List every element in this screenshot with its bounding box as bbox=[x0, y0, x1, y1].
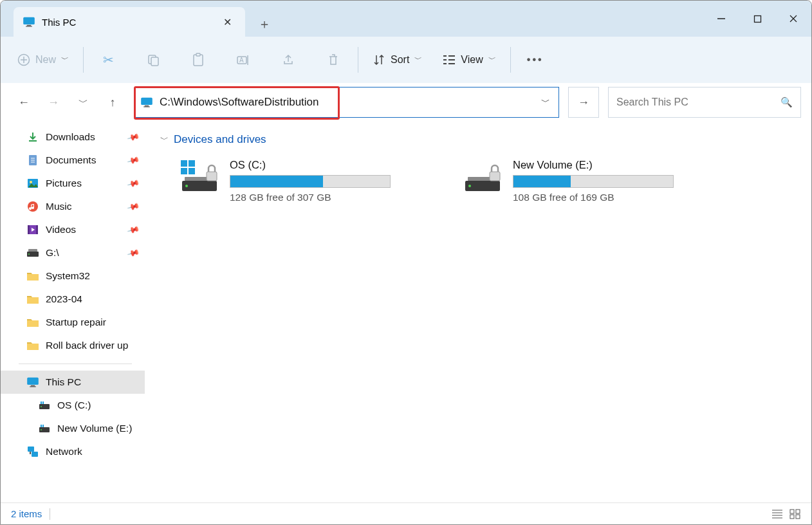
chevron-down-icon: ﹀ bbox=[414, 54, 422, 65]
svg-rect-51 bbox=[32, 452, 38, 457]
drive-free-text: 108 GB free of 169 GB bbox=[513, 192, 707, 203]
sidebar-item-label: Downloads bbox=[46, 131, 95, 143]
sidebar-item-drive[interactable]: OS (C:) bbox=[1, 394, 145, 417]
folder-icon bbox=[26, 293, 39, 306]
address-bar[interactable]: ﹀ bbox=[134, 87, 559, 118]
sidebar-item[interactable]: Startup repair bbox=[1, 311, 145, 334]
address-history-button[interactable]: ﹀ bbox=[533, 88, 558, 117]
pin-icon: 📌 bbox=[126, 246, 140, 260]
svg-text:A: A bbox=[239, 57, 244, 64]
sidebar-item[interactable]: Music📌 bbox=[1, 195, 145, 218]
maximize-button[interactable] bbox=[739, 5, 775, 32]
drive-icon bbox=[38, 422, 51, 435]
svg-rect-69 bbox=[790, 510, 794, 513]
status-bar: 2 items bbox=[1, 502, 811, 524]
new-tab-button[interactable]: ＋ bbox=[252, 11, 277, 37]
sidebar-item-network[interactable]: Network bbox=[1, 440, 145, 463]
sort-icon bbox=[373, 53, 385, 66]
sidebar-item-label: OS (C:) bbox=[57, 400, 91, 411]
sidebar-item-drive[interactable]: New Volume (E:) bbox=[1, 417, 145, 440]
close-window-button[interactable] bbox=[775, 5, 811, 32]
chevron-down-icon: ﹀ bbox=[160, 134, 169, 145]
drive-icon bbox=[463, 159, 504, 192]
svg-rect-55 bbox=[181, 168, 187, 174]
network-icon bbox=[26, 445, 39, 458]
drive-info: OS (C:) 128 GB free of 307 GB bbox=[230, 159, 424, 203]
copy-button[interactable] bbox=[139, 46, 167, 74]
svg-rect-56 bbox=[189, 168, 195, 174]
divider bbox=[358, 47, 358, 73]
svg-rect-39 bbox=[27, 378, 39, 385]
view-button[interactable]: View ﹀ bbox=[439, 46, 499, 74]
body: Downloads📌Documents📌Pictures📌Music📌Video… bbox=[1, 122, 811, 502]
more-button[interactable]: ••• bbox=[521, 46, 549, 74]
sidebar-item[interactable]: Pictures📌 bbox=[1, 172, 145, 195]
download-icon bbox=[26, 131, 39, 143]
svg-point-47 bbox=[41, 429, 42, 430]
forward-button[interactable]: → bbox=[41, 89, 66, 115]
sidebar-item[interactable]: System32 bbox=[1, 264, 145, 288]
large-icons-view-button[interactable] bbox=[789, 509, 801, 519]
minimize-button[interactable] bbox=[703, 5, 739, 32]
sidebar-item-label: Startup repair bbox=[46, 317, 106, 328]
drive-item[interactable]: New Volume (E:) 108 GB free of 169 GB bbox=[463, 159, 707, 203]
svg-point-32 bbox=[28, 201, 38, 212]
svg-rect-2 bbox=[26, 26, 32, 26]
pin-icon: 📌 bbox=[126, 223, 140, 237]
svg-rect-54 bbox=[189, 160, 195, 167]
svg-point-43 bbox=[41, 406, 42, 407]
svg-rect-60 bbox=[207, 172, 217, 181]
svg-rect-52 bbox=[30, 452, 31, 454]
search-input[interactable] bbox=[616, 97, 780, 108]
sort-button[interactable]: Sort ﹀ bbox=[369, 46, 426, 74]
rename-button[interactable]: A bbox=[229, 46, 257, 74]
details-view-button[interactable] bbox=[771, 509, 783, 519]
sidebar-item[interactable]: Downloads📌 bbox=[1, 125, 145, 149]
delete-button[interactable] bbox=[319, 46, 347, 74]
share-button[interactable] bbox=[274, 46, 302, 74]
music-icon bbox=[26, 200, 39, 213]
divider bbox=[83, 47, 84, 73]
nav-row: ← → ﹀ ↑ ﹀ → 🔍 bbox=[1, 83, 811, 122]
trash-icon bbox=[327, 53, 340, 67]
sidebar-item-label: Roll back driver up bbox=[46, 340, 128, 351]
search-box[interactable]: 🔍 bbox=[608, 87, 801, 118]
folder-icon bbox=[26, 339, 39, 352]
svg-rect-17 bbox=[443, 55, 447, 57]
pin-icon: 📌 bbox=[126, 154, 140, 167]
svg-rect-50 bbox=[28, 447, 34, 452]
clipboard-icon bbox=[192, 53, 205, 67]
nav-pane[interactable]: Downloads📌Documents📌Pictures📌Music📌Video… bbox=[1, 122, 145, 502]
sidebar-item[interactable]: Documents📌 bbox=[1, 149, 145, 172]
svg-rect-45 bbox=[42, 401, 44, 404]
up-button[interactable]: ↑ bbox=[100, 89, 125, 115]
sidebar-item[interactable]: 2023-04 bbox=[1, 288, 145, 311]
monitor-icon bbox=[140, 97, 153, 107]
pictures-icon bbox=[26, 177, 39, 190]
tab-thispc[interactable]: This PC ✕ bbox=[14, 7, 245, 37]
tab-title: This PC bbox=[42, 17, 76, 28]
close-tab-button[interactable]: ✕ bbox=[218, 13, 236, 31]
sidebar-item[interactable]: Videos📌 bbox=[1, 218, 145, 241]
content-pane[interactable]: ﹀ Devices and drives OS (C:) 128 GB free… bbox=[145, 122, 811, 502]
sidebar-item[interactable]: Roll back driver up bbox=[1, 334, 145, 357]
svg-point-37 bbox=[28, 253, 30, 255]
drive-name: New Volume (E:) bbox=[513, 159, 707, 171]
drive-item[interactable]: OS (C:) 128 GB free of 307 GB bbox=[180, 159, 424, 203]
usage-bar bbox=[513, 175, 674, 188]
new-button[interactable]: New ﹀ bbox=[14, 46, 73, 74]
svg-rect-35 bbox=[36, 225, 38, 234]
chevron-down-icon: ﹀ bbox=[541, 97, 550, 108]
sidebar-item-thispc[interactable]: This PC bbox=[1, 371, 145, 394]
svg-rect-0 bbox=[23, 17, 35, 24]
sidebar-item[interactable]: G:\📌 bbox=[1, 241, 145, 264]
address-input[interactable] bbox=[135, 88, 533, 117]
recent-locations-button[interactable]: ﹀ bbox=[70, 89, 96, 115]
back-button[interactable]: ← bbox=[11, 89, 37, 115]
document-icon bbox=[26, 154, 39, 167]
paste-button[interactable] bbox=[184, 46, 212, 74]
group-header-devices-drives[interactable]: ﹀ Devices and drives bbox=[160, 133, 796, 146]
cut-button[interactable]: ✂ bbox=[94, 46, 122, 74]
svg-rect-23 bbox=[141, 98, 152, 105]
go-refresh-button[interactable]: → bbox=[568, 87, 599, 118]
